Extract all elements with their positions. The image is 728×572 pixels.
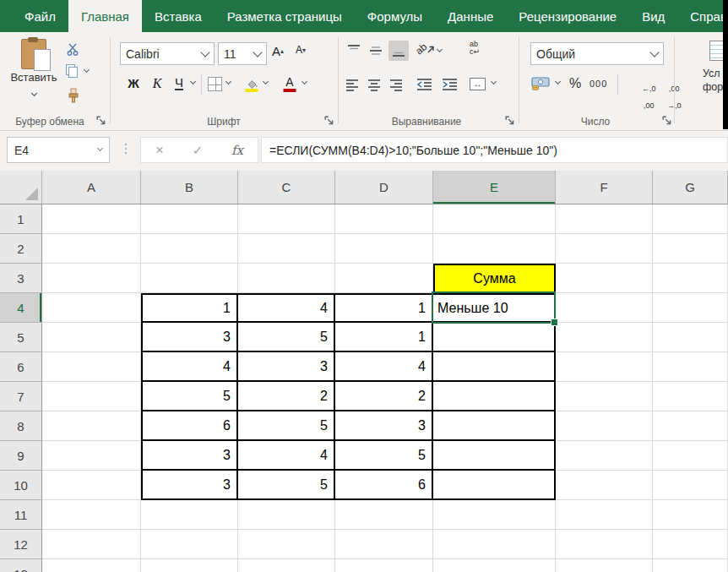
cell[interactable] bbox=[141, 234, 238, 264]
format-painter-button[interactable] bbox=[67, 88, 80, 103]
cell-B4[interactable]: 1 bbox=[141, 293, 238, 323]
fill-color-dropdown-icon[interactable] bbox=[263, 79, 269, 84]
borders-button[interactable] bbox=[208, 77, 222, 91]
cell-E9[interactable] bbox=[433, 441, 556, 471]
accounting-dropdown-icon[interactable] bbox=[555, 79, 561, 84]
align-center-button[interactable] bbox=[365, 76, 383, 93]
cell[interactable] bbox=[42, 204, 141, 234]
tab-data[interactable]: Данные bbox=[435, 0, 506, 32]
cell[interactable] bbox=[141, 530, 238, 559]
increase-indent-button[interactable] bbox=[439, 76, 459, 93]
number-dialog-launcher-icon[interactable] bbox=[662, 116, 672, 126]
cell[interactable] bbox=[141, 559, 238, 572]
cell[interactable] bbox=[556, 204, 653, 234]
row-header-5[interactable]: 5 bbox=[0, 323, 42, 352]
cell[interactable] bbox=[556, 411, 653, 441]
cell[interactable] bbox=[556, 441, 653, 471]
row-header-3[interactable]: 3 bbox=[0, 264, 42, 293]
name-box[interactable]: E4 bbox=[7, 137, 110, 163]
copy-button[interactable] bbox=[66, 64, 77, 77]
cell-D10[interactable]: 6 bbox=[335, 471, 433, 500]
cell[interactable] bbox=[653, 382, 728, 411]
row-header-7[interactable]: 7 bbox=[0, 382, 42, 411]
row-header-4[interactable]: 4 bbox=[0, 293, 42, 323]
merge-center-button[interactable]: ↔ bbox=[470, 78, 486, 90]
cell[interactable] bbox=[42, 530, 141, 559]
tab-formulas[interactable]: Формулы bbox=[355, 0, 435, 32]
row-header-10[interactable]: 10 bbox=[0, 471, 42, 500]
cell-E10[interactable] bbox=[433, 471, 556, 500]
cell[interactable] bbox=[238, 234, 335, 264]
accounting-format-button[interactable] bbox=[530, 76, 551, 90]
cell[interactable] bbox=[238, 559, 335, 572]
tab-help[interactable]: Справка bbox=[677, 0, 728, 32]
font-color-dropdown-icon[interactable] bbox=[302, 79, 307, 84]
enter-icon[interactable]: ✓ bbox=[193, 143, 204, 158]
cell[interactable] bbox=[42, 382, 141, 411]
cell-E3-sum-header[interactable]: Сумма bbox=[433, 264, 556, 293]
insert-function-icon[interactable]: fx bbox=[231, 143, 243, 158]
cell-D9[interactable]: 5 bbox=[335, 441, 433, 471]
cell[interactable] bbox=[556, 471, 653, 500]
row-header-12[interactable]: 12 bbox=[0, 530, 42, 559]
cell[interactable] bbox=[42, 264, 141, 293]
increase-font-button[interactable]: А▴ bbox=[272, 44, 284, 58]
cell[interactable] bbox=[556, 500, 653, 530]
cell[interactable] bbox=[556, 530, 653, 559]
cell[interactable] bbox=[433, 500, 556, 530]
cell[interactable] bbox=[653, 500, 728, 530]
font-dialog-launcher-icon[interactable] bbox=[324, 116, 334, 126]
cell-B8[interactable]: 6 bbox=[141, 411, 238, 441]
cell[interactable] bbox=[433, 234, 556, 264]
comma-style-button[interactable]: 000 bbox=[589, 79, 607, 89]
cell[interactable] bbox=[556, 382, 653, 411]
cell-E4-active[interactable]: Меньше 10 bbox=[433, 293, 556, 323]
copy-dropdown-icon[interactable] bbox=[84, 67, 90, 73]
italic-button[interactable]: К bbox=[149, 76, 166, 91]
row-header-13[interactable]: 13 bbox=[0, 559, 42, 572]
cell[interactable] bbox=[335, 500, 433, 530]
wrap-text-button[interactable]: ab c↵ bbox=[470, 41, 480, 56]
cell[interactable] bbox=[335, 204, 433, 234]
col-header-F[interactable]: F bbox=[556, 171, 653, 204]
cell-B6[interactable]: 4 bbox=[141, 352, 238, 382]
col-header-E[interactable]: E bbox=[433, 171, 556, 204]
align-left-button[interactable] bbox=[343, 76, 361, 93]
col-header-G[interactable]: G bbox=[653, 171, 728, 204]
cell[interactable] bbox=[653, 204, 728, 234]
cell[interactable] bbox=[556, 293, 653, 323]
cell[interactable] bbox=[433, 204, 556, 234]
cell[interactable] bbox=[433, 530, 556, 559]
cell-E6[interactable] bbox=[433, 352, 556, 382]
cell[interactable] bbox=[556, 559, 653, 572]
decrease-decimal-button[interactable]: ,00 →,0 bbox=[650, 76, 682, 118]
cut-button[interactable] bbox=[66, 42, 80, 57]
cell-B9[interactable]: 3 bbox=[141, 441, 238, 471]
col-header-D[interactable]: D bbox=[335, 171, 433, 204]
merge-center-dropdown-icon[interactable] bbox=[491, 79, 497, 84]
cell-D6[interactable]: 4 bbox=[335, 352, 433, 382]
select-all-corner[interactable] bbox=[0, 171, 42, 204]
align-top-button[interactable] bbox=[345, 42, 363, 59]
cell[interactable] bbox=[42, 234, 141, 264]
cell-E8[interactable] bbox=[433, 411, 556, 441]
clipboard-dialog-launcher-icon[interactable] bbox=[96, 116, 106, 126]
row-header-8[interactable]: 8 bbox=[0, 411, 42, 441]
cell[interactable] bbox=[42, 500, 141, 530]
cell-B10[interactable]: 3 bbox=[141, 471, 238, 500]
row-header-1[interactable]: 1 bbox=[0, 204, 42, 234]
tab-view[interactable]: Вид bbox=[629, 0, 677, 32]
number-format-combo[interactable]: Общий bbox=[530, 42, 664, 65]
col-header-A[interactable]: A bbox=[42, 171, 141, 204]
cell[interactable] bbox=[335, 234, 433, 264]
cell[interactable] bbox=[141, 264, 238, 293]
fill-color-button[interactable] bbox=[243, 74, 260, 93]
cell[interactable] bbox=[141, 500, 238, 530]
percent-style-button[interactable]: % bbox=[569, 76, 581, 91]
col-header-C[interactable]: C bbox=[238, 171, 335, 204]
cell[interactable] bbox=[238, 264, 335, 293]
cell-C10[interactable]: 5 bbox=[238, 471, 335, 500]
row-header-9[interactable]: 9 bbox=[0, 441, 42, 471]
formula-input[interactable]: =ЕСЛИ(СУММ(B4:D4)>10;"Больше 10";"Меньше… bbox=[261, 137, 728, 163]
cell[interactable] bbox=[42, 293, 141, 323]
